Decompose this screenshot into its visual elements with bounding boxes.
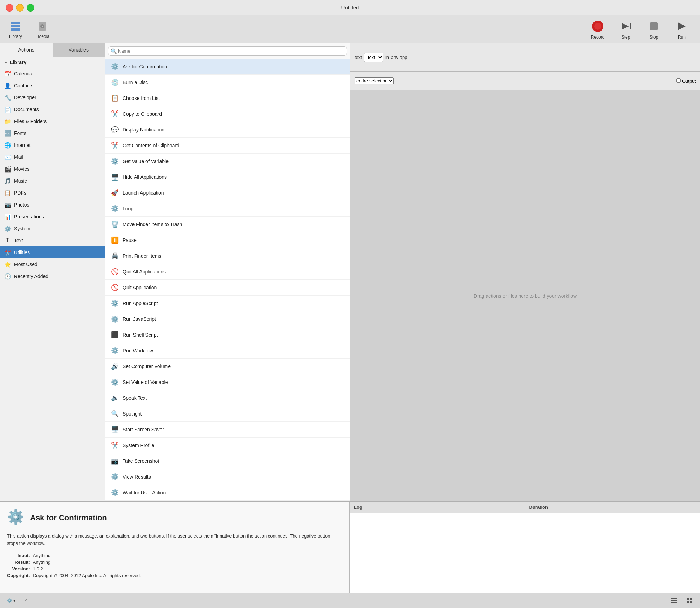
action-item-choose-from-list[interactable]: 📋 Choose from List [105,90,350,106]
sidebar-item-developer[interactable]: 🔧 Developer [0,92,105,103]
sidebar-item-presentations[interactable]: 📊 Presentations [0,211,105,223]
left-panel: Actions Variables ▼ Library 📅 Calendar 👤… [0,43,105,501]
run-javascript-label: Run JavaScript [123,316,156,322]
calendar-icon: 📅 [4,70,11,77]
print-finder-items-label: Print Finder Items [123,253,161,259]
sidebar-item-internet[interactable]: 🌐 Internet [0,139,105,151]
ask-for-confirmation-icon: ⚙️ [111,62,119,71]
action-item-quit-all-applications[interactable]: 🚫 Quit All Applications [105,264,350,280]
run-icon [675,19,689,33]
action-item-wait-for-user-action[interactable]: ⚙️ Wait for User Action [105,485,350,501]
action-item-loop[interactable]: ⚙️ Loop [105,201,350,217]
close-button[interactable] [6,4,13,12]
action-item-move-finder-items-to-trash[interactable]: 🗑️ Move Finder Items to Trash [105,217,350,232]
action-item-pause[interactable]: ⏸️ Pause [105,232,350,248]
action-item-speak-text[interactable]: 🔈 Speak Text [105,390,350,406]
step-label: Step [622,35,630,40]
scope-select[interactable]: entire selection [355,77,394,84]
action-item-system-profile[interactable]: ✂️ System Profile [105,438,350,453]
action-item-take-screenshot[interactable]: 📷 Take Screenshot [105,453,350,469]
maximize-button[interactable] [27,4,34,12]
input-value: Anything [33,553,342,558]
record-icon [591,19,605,33]
sidebar-item-fonts[interactable]: 🔤 Fonts [0,127,105,139]
minimize-button[interactable] [16,4,24,12]
move-finder-items-to-trash-icon: 🗑️ [111,220,119,229]
movies-label: Movies [14,166,29,172]
stop-button[interactable]: Stop [641,17,666,42]
result-value: Anything [33,560,342,565]
list-view-button[interactable] [668,596,680,606]
sidebar-item-documents[interactable]: 📄 Documents [0,103,105,115]
sidebar-item-text[interactable]: T Text [0,235,105,246]
check-button[interactable]: ✓ [21,597,30,604]
media-button[interactable]: Media [34,18,54,41]
launch-application-label: Launch Application [123,190,164,196]
set-computer-volume-label: Set Computer Volume [123,364,171,369]
mail-label: Mail [14,154,23,160]
action-item-set-computer-volume[interactable]: 🔊 Set Computer Volume [105,359,350,374]
action-item-get-value-of-variable[interactable]: ⚙️ Get Value of Variable [105,154,350,169]
action-item-burn-a-disc[interactable]: 💿 Burn a Disc [105,75,350,90]
sidebar-item-movies[interactable]: 🎬 Movies [0,163,105,175]
sidebar-item-contacts[interactable]: 👤 Contacts [0,80,105,92]
result-label: Result: [7,560,30,565]
workflow-area: Drag actions or files here to build your… [350,90,700,501]
launch-application-icon: 🚀 [111,189,119,197]
action-item-view-results[interactable]: ⚙️ View Results [105,469,350,485]
loop-label: Loop [123,206,133,211]
library-button[interactable]: Library [6,18,26,41]
svg-rect-18 [690,601,692,603]
recently-added-icon: 🕐 [4,273,11,280]
action-item-spotlight[interactable]: 🔍 Spotlight [105,406,350,422]
sidebar-item-files-folders[interactable]: 📁 Files & Folders [0,115,105,127]
music-label: Music [14,178,27,184]
svg-rect-17 [687,601,689,603]
sidebar-item-pdfs[interactable]: 📋 PDFs [0,187,105,199]
action-item-copy-to-clipboard[interactable]: ✂️ Copy to Clipboard [105,106,350,122]
list-view-icon [671,597,678,604]
action-item-run-workflow[interactable]: ⚙️ Run Workflow [105,343,350,359]
action-item-ask-for-confirmation[interactable]: ⚙️ Ask for Confirmation [105,59,350,75]
action-item-start-screen-saver[interactable]: 🖥️ Start Screen Saver [105,422,350,438]
sidebar-item-system[interactable]: ⚙️ System [0,223,105,235]
settings-button[interactable]: ⚙️ ▾ [4,597,18,604]
sidebar-item-calendar[interactable]: 📅 Calendar [0,68,105,80]
tab-variables[interactable]: Variables [53,43,105,57]
log-panel: Log Duration [350,502,700,593]
sidebar-item-mail[interactable]: ✉️ Mail [0,151,105,163]
input-type-select[interactable]: text [364,53,383,62]
action-item-set-value-of-variable[interactable]: ⚙️ Set Value of Variable [105,374,350,390]
library-group-header[interactable]: ▼ Library [0,57,105,68]
step-button[interactable]: Step [613,17,638,42]
system-profile-label: System Profile [123,443,154,448]
grid-view-button[interactable] [683,596,696,606]
svg-marker-11 [678,22,686,30]
system-icon: ⚙️ [4,225,11,232]
record-button[interactable]: Record [585,17,610,42]
log-col-header: Log [350,502,525,513]
music-icon: 🎵 [4,177,11,184]
action-item-run-shell-script[interactable]: ⬛ Run Shell Script [105,327,350,343]
search-input[interactable] [108,46,347,56]
toolbar-right: Record Step Stop [585,17,694,42]
sidebar-item-utilities[interactable]: ✂️ Utilities [0,246,105,258]
action-item-get-contents-of-clipboard[interactable]: ✂️ Get Contents of Clipboard [105,138,350,154]
tab-actions[interactable]: Actions [0,43,53,57]
run-button[interactable]: Run [669,17,694,42]
sidebar-item-music[interactable]: 🎵 Music [0,175,105,187]
action-item-launch-application[interactable]: 🚀 Launch Application [105,185,350,201]
action-item-print-finder-items[interactable]: 🖨️ Print Finder Items [105,248,350,264]
sidebar-item-recently-added[interactable]: 🕐 Recently Added [0,270,105,282]
action-list: ⚙️ Ask for Confirmation 💿 Burn a Disc 📋 … [105,59,350,501]
svg-rect-1 [11,25,20,27]
action-item-hide-all-applications[interactable]: 🖥️ Hide All Applications [105,169,350,185]
action-item-run-applescript[interactable]: ⚙️ Run AppleScript [105,296,350,311]
action-item-display-notification[interactable]: 💬 Display Notification [105,122,350,138]
action-item-run-javascript[interactable]: ⚙️ Run JavaScript [105,311,350,327]
output-checkbox[interactable] [676,78,681,83]
sidebar-item-photos[interactable]: 📷 Photos [0,199,105,211]
sidebar-item-most-used[interactable]: ⭐ Most Used [0,258,105,270]
action-item-quit-application[interactable]: 🚫 Quit Application [105,280,350,296]
movies-icon: 🎬 [4,165,11,173]
